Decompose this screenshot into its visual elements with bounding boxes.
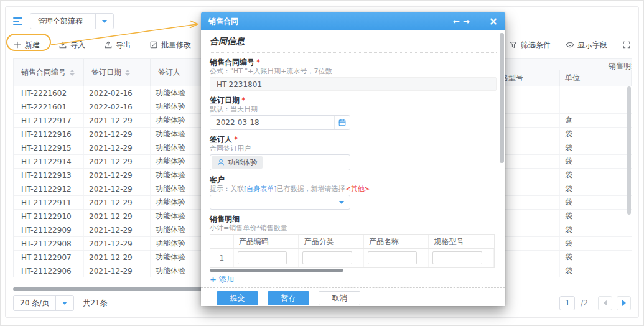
required-mark: * [241,96,245,105]
page-count: /2 [581,299,588,307]
cell-contract-no: HT-2221601 [14,100,84,113]
cell-unit: 袋 [560,251,632,264]
column-header-signer[interactable]: 签订人 [151,59,202,86]
self-form-link[interactable]: [自身表单] [244,185,277,193]
cell-sign-date: 2022-02-16 [84,100,151,113]
signer-field[interactable]: 功能体验 [210,154,350,170]
detail-input-product-name[interactable] [368,251,418,264]
plus-icon [13,40,22,49]
add-row-label: 添加 [219,274,234,285]
cell-signer: 功能体验 [151,251,202,264]
cell-contract-no: HT-21122915 [14,141,84,154]
display-fields-button[interactable]: 显示字段 [566,40,607,50]
customer-select-value [210,195,333,209]
new-button[interactable]: 新建 [13,40,40,50]
cell-signer: 功能体验 [151,169,202,182]
detail-input-product-code[interactable] [238,251,287,264]
signer-label: 签订人* [210,135,497,144]
workflow-bar: 管理全部流程 [13,12,114,30]
detail-input-product-category[interactable] [302,251,352,264]
cell-signer: 功能体验 [151,182,202,195]
cell-signer: 功能体验 [151,86,202,100]
filter-button-label: 筛选条件 [521,40,551,50]
detail-table-row: 1 [210,249,494,267]
workflow-menu-icon[interactable] [13,17,23,25]
resize-right-icon[interactable]: → [463,17,470,26]
cell-unit [560,100,632,113]
edit-icon [149,40,158,49]
vertical-scrollbar[interactable] [627,86,631,215]
save-draft-button[interactable]: 暂存 [268,291,309,305]
sales-contract-modal: 销售合同 ← → × 合同信息 销售合同编号* 公式："HT-"+入账日期+流水… [201,12,505,306]
cell-sign-date: 2021-12-29 [84,114,151,127]
sign-date-label: 签订日期* [210,96,497,105]
prev-arrow-icon [604,300,607,306]
close-icon[interactable]: × [489,16,498,27]
cell-signer: 功能体验 [151,237,202,250]
batch-edit-button[interactable]: 批量修改 [149,40,191,50]
required-mark: * [256,58,260,67]
detail-table-header: 产品编码 产品分类 产品名称 规格型号 [210,235,494,249]
cell-unit: 袋 [560,169,632,182]
cell-signer: 功能体验 [151,100,202,113]
sort-icon[interactable] [70,70,75,76]
detail-col-product-name: 产品名称 [364,235,429,248]
fullscreen-button[interactable] [622,40,631,49]
cell-contract-no: HT-21122910 [14,210,84,223]
cell-unit: 袋 [560,128,632,141]
user-chip[interactable]: 功能体验 [212,156,263,169]
column-header-contract-no[interactable]: 销售合同编号 [14,59,84,86]
calendar-icon[interactable] [334,116,350,129]
new-button-label: 新建 [25,40,40,50]
next-page-button[interactable] [617,296,631,310]
submit-button[interactable]: 提交 [217,291,258,305]
cell-contract-no: HT-21122906 [14,264,84,277]
add-row-button[interactable]: + 添加 [210,274,234,285]
batch-edit-button-label: 批量修改 [161,40,191,50]
cell-unit: 袋 [560,223,632,236]
modal-scrollbar[interactable] [500,33,504,163]
contract-no-field: HT-2231801 [210,77,497,91]
cell-unit: 袋 [560,237,632,250]
signer-hint: 合同签订用户 [210,145,497,152]
next-arrow-icon [622,300,626,306]
workflow-selector[interactable]: 管理全部流程 [30,13,114,29]
contract-no-label: 销售合同编号* [210,58,497,67]
page-size-select[interactable]: 20 条/页 [13,295,74,311]
column-header-unit[interactable]: 单位 [560,70,632,86]
detail-index-header [210,235,234,248]
detail-col-spec: 规格型号 [429,235,494,248]
page-number-input[interactable]: 1 [559,296,575,310]
workflow-selector-label: 管理全部流程 [30,14,95,29]
modal-body: 合同信息 销售合同编号* 公式："HT-"+入账日期+流水号，7位数 HT-22… [201,30,505,306]
export-button[interactable]: 导出 [104,40,131,50]
cell-signer: 功能体验 [151,114,202,127]
cell-contract-no: HT-21122917 [14,114,84,127]
cell-signer: 功能体验 [151,155,202,168]
detail-row-index: 1 [210,249,234,267]
cancel-button[interactable]: 取消 [319,291,360,305]
cell-unit: 盒 [560,114,632,127]
chevron-down-icon [95,14,113,29]
import-button[interactable]: 导入 [58,40,85,50]
sales-detail-hint: 小计=销售单价*销售数量 [210,225,497,232]
cell-contract-no: HT-21122916 [14,128,84,141]
cell-sign-date: 2021-12-29 [84,251,151,264]
sort-icon[interactable] [125,70,130,76]
user-chip-label: 功能体验 [228,157,258,168]
detail-horizontal-scrollbar[interactable] [210,269,497,272]
prev-page-button[interactable] [598,296,612,310]
cell-contract-no: HT-21122914 [14,155,84,168]
cell-sign-date: 2021-12-29 [84,210,151,223]
resize-left-icon[interactable]: ← [453,17,460,26]
customer-select[interactable] [210,195,350,210]
export-icon [104,40,113,49]
sign-date-field[interactable]: 2022-03-18 [210,115,350,130]
detail-input-spec[interactable] [432,251,482,264]
required-mark: * [234,135,238,144]
cell-unit: 袋 [560,141,632,154]
column-header-sign-date[interactable]: 签订日期 [84,59,151,86]
filter-button[interactable]: 筛选条件 [509,40,551,50]
contract-no-hint: 公式："HT-"+入账日期+流水号，7位数 [210,68,497,75]
cell-sign-date: 2021-12-29 [84,169,151,182]
